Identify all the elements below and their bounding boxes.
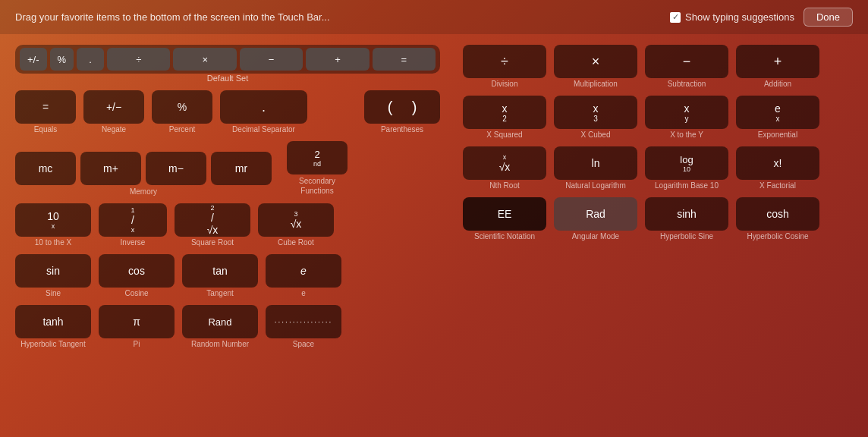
bar-key-dot[interactable]: .: [77, 48, 104, 71]
x-squared-group: x2 X Squared: [463, 96, 546, 139]
decimal-key[interactable]: .: [220, 90, 307, 124]
hyperbolic-sine-group: sinh Hyperbolic Sine: [645, 197, 728, 241]
addition-key[interactable]: +: [736, 45, 819, 78]
cosine-group: cos Cosine: [99, 254, 175, 297]
left-panel: +/- % . ÷ × − + = Default Set = Equals +…: [15, 45, 440, 348]
default-set-label: Default Set: [15, 74, 440, 83]
multiplication-group: × Multiplication: [554, 45, 637, 88]
negate-group: +/− Negate: [83, 90, 144, 134]
instruction-text: Drag your favorite items to the bottom o…: [15, 11, 330, 23]
bar-key-percent[interactable]: %: [50, 48, 74, 71]
multiplication-key[interactable]: ×: [554, 45, 637, 78]
bar-key-equals[interactable]: =: [373, 48, 436, 71]
pi-key[interactable]: π: [99, 305, 175, 338]
tanh-key[interactable]: tanh: [15, 305, 91, 338]
ten-to-x-key[interactable]: 10x: [15, 203, 91, 237]
inverse-group: 1/x Inverse: [99, 203, 167, 247]
bar-key-negate[interactable]: +/-: [20, 48, 47, 71]
cube-root-group: 3√x Cube Root: [258, 203, 334, 247]
square-root-group: 2/√x Square Root: [175, 203, 250, 247]
log10-key[interactable]: log10: [645, 146, 728, 180]
division-group: ÷ Division: [463, 45, 546, 88]
cosine-key[interactable]: cos: [99, 254, 175, 288]
x-squared-key[interactable]: x2: [463, 96, 546, 129]
parens-key[interactable]: ( ): [364, 90, 440, 124]
x-to-y-group: xy X to the Y: [645, 96, 728, 139]
nth-root-key[interactable]: x√x: [463, 146, 546, 180]
division-key[interactable]: ÷: [463, 45, 546, 78]
rand-key[interactable]: Rand: [182, 305, 258, 338]
pi-group: π Pi: [99, 305, 175, 348]
tangent-key[interactable]: tan: [182, 254, 258, 288]
percent-group: % Percent: [152, 90, 212, 134]
inverse-key[interactable]: 1/x: [99, 203, 167, 237]
sine-key[interactable]: sin: [15, 254, 91, 288]
x-cubed-key[interactable]: x3: [554, 96, 637, 129]
tangent-group: tan Tangent: [182, 254, 258, 297]
show-typing-label[interactable]: ✓ Show typing suggestions: [670, 11, 794, 23]
default-set-bar: +/- % . ÷ × − + =: [15, 45, 440, 74]
x-cubed-group: x3 X Cubed: [554, 96, 637, 139]
parens-group: ( ) Parentheses: [364, 90, 440, 134]
square-root-key[interactable]: 2/√x: [175, 203, 250, 237]
x-to-y-key[interactable]: xy: [645, 96, 728, 129]
angular-mode-group: Rad Angular Mode: [554, 197, 637, 241]
space-group: ················ Space: [266, 305, 341, 348]
cube-root-key[interactable]: 3√x: [258, 203, 334, 237]
tanh-group: tanh Hyperbolic Tangent: [15, 305, 91, 348]
subtraction-group: − Subtraction: [645, 45, 728, 88]
bar-key-divide[interactable]: ÷: [107, 48, 170, 71]
space-key[interactable]: ················: [266, 305, 341, 338]
exponential-group: ex Exponential: [736, 96, 819, 139]
natural-log-key[interactable]: ln: [554, 146, 637, 180]
mminus-key[interactable]: m−: [146, 152, 206, 185]
equals-group: = Equals: [15, 90, 76, 134]
addition-group: + Addition: [736, 45, 819, 88]
decimal-group: . Decimal Separator: [220, 90, 307, 134]
secondary-functions-key[interactable]: 2nd: [287, 141, 348, 174]
nth-root-group: x√x Nth Root: [463, 146, 546, 190]
equals-key[interactable]: =: [15, 90, 76, 124]
angular-mode-key[interactable]: Rad: [554, 197, 637, 231]
mplus-key[interactable]: m+: [80, 152, 141, 185]
show-typing-checkbox[interactable]: ✓: [670, 12, 681, 23]
bar-key-subtract[interactable]: −: [240, 48, 303, 71]
mc-key[interactable]: mc: [15, 152, 76, 185]
bar-key-add[interactable]: +: [306, 48, 369, 71]
hyperbolic-sine-key[interactable]: sinh: [645, 197, 728, 231]
e-group: e e: [266, 254, 341, 297]
secondary-functions-group: 2nd SecondaryFunctions: [287, 141, 348, 196]
hyperbolic-cosine-group: cosh Hyperbolic Cosine: [736, 197, 819, 241]
bar-key-multiply[interactable]: ×: [173, 48, 236, 71]
scientific-notation-group: EE Scientific Notation: [463, 197, 546, 241]
subtraction-key[interactable]: −: [645, 45, 728, 78]
factorial-group: x! X Factorial: [736, 146, 819, 190]
factorial-key[interactable]: x!: [736, 146, 819, 180]
rand-group: Rand Random Number: [182, 305, 258, 348]
negate-key[interactable]: +/−: [83, 90, 144, 124]
percent-key[interactable]: %: [152, 90, 212, 124]
memory-group: mc m+ m− mr Memory: [15, 152, 272, 196]
ten-to-x-group: 10x 10 to the X: [15, 203, 91, 247]
top-bar: Drag your favorite items to the bottom o…: [0, 0, 868, 34]
done-button[interactable]: Done: [804, 8, 853, 27]
right-panel: ÷ Division × Multiplication − Subtractio…: [463, 45, 853, 348]
natural-log-group: ln Natural Logarithm: [554, 146, 637, 190]
scientific-notation-key[interactable]: EE: [463, 197, 546, 231]
e-key[interactable]: e: [266, 254, 341, 288]
log10-group: log10 Logarithm Base 10: [645, 146, 728, 190]
sine-group: sin Sine: [15, 254, 91, 297]
hyperbolic-cosine-key[interactable]: cosh: [736, 197, 819, 231]
exponential-key[interactable]: ex: [736, 96, 819, 129]
mr-key[interactable]: mr: [211, 152, 272, 185]
